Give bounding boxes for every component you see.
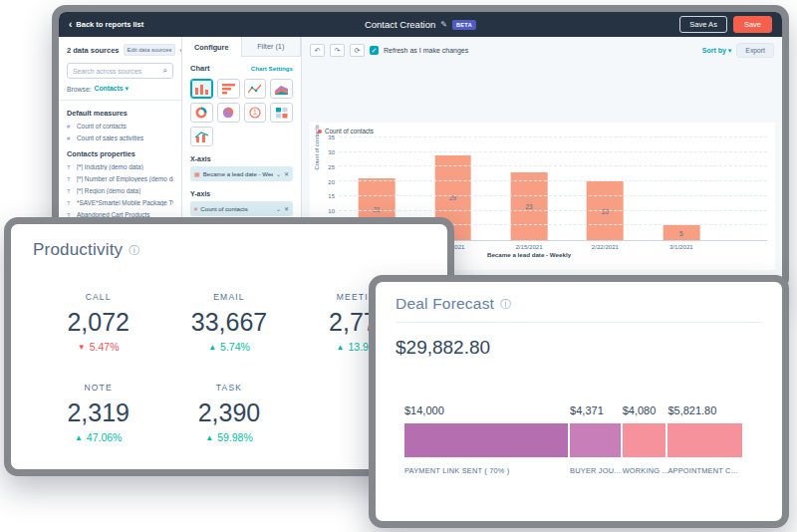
- property-type-icon: T: [67, 176, 73, 182]
- property-type-icon: T: [67, 188, 73, 194]
- browse-label: Browse:: [67, 86, 92, 93]
- y-axis-pill[interactable]: # Count of contacts ⌄ ✕: [190, 201, 293, 216]
- metric-label: EMAIL: [163, 292, 294, 302]
- x-tick-label: 2/22/2021: [567, 241, 643, 250]
- back-chevron-icon: ‹: [69, 20, 72, 30]
- chevron-down-icon[interactable]: ⌄: [276, 170, 281, 177]
- deal-segment: $4,371BUYER JOU...: [570, 404, 623, 475]
- property-type-icon: T: [67, 164, 73, 170]
- gridline: [339, 195, 767, 196]
- chart-type-kpi-icon[interactable]: 1: [244, 103, 267, 123]
- up-triangle-icon: ▲: [337, 343, 345, 352]
- metric-delta: ▲5.74%: [163, 341, 294, 353]
- segment-value-label: $14,000: [404, 404, 570, 416]
- refresh-button[interactable]: ⟳: [350, 44, 365, 57]
- segment-bar: [404, 423, 568, 457]
- refresh-as-i-make-changes-checkbox[interactable]: ✓: [370, 46, 379, 55]
- remove-y-axis-icon[interactable]: ✕: [284, 205, 289, 212]
- info-icon[interactable]: ⓘ: [129, 243, 139, 258]
- search-placeholder: Search across sources: [73, 68, 163, 75]
- redo-button[interactable]: ↷: [330, 44, 345, 57]
- save-button[interactable]: Save: [733, 16, 772, 33]
- chart-settings-link[interactable]: Chart Settings: [251, 65, 293, 72]
- sidebar-property-item[interactable]: T*SAVE*Smartel Mobile Package Type: [67, 199, 173, 206]
- chart-type-pie-icon[interactable]: [217, 103, 240, 123]
- x-tick-label: 3/1/2021: [644, 241, 719, 250]
- undo-button[interactable]: ↶: [310, 44, 325, 57]
- chart-heading: Chart: [190, 64, 210, 73]
- sidebar-property-item[interactable]: T[*] Region (demo data): [67, 187, 173, 194]
- metric-task: TASK2,390▲59.98%: [163, 383, 294, 443]
- beta-badge: BETA: [452, 20, 476, 30]
- metric-value: 2,390: [163, 399, 294, 427]
- check-icon: ✓: [372, 47, 378, 54]
- refresh-checkbox-label: Refresh as I make changes: [384, 47, 468, 54]
- x-axis-label: X-axis: [190, 155, 293, 162]
- y-tick-label: 20: [328, 179, 335, 185]
- chart-type-area-icon[interactable]: [270, 79, 293, 99]
- sort-by-dropdown[interactable]: Sort by ▾: [702, 47, 732, 55]
- back-label: Back to reports list: [76, 20, 143, 29]
- sidebar-section-title: Default measures: [67, 109, 173, 118]
- data-sources-count: 2 data sources: [67, 46, 120, 55]
- chart-type-horizontal-bar-icon[interactable]: [217, 79, 240, 99]
- deal-segment: $4,080WORKING ...: [623, 404, 668, 475]
- property-type-icon: #: [67, 124, 73, 130]
- caret-down-icon: ▾: [728, 47, 732, 54]
- save-as-button[interactable]: Save As: [679, 16, 727, 33]
- chart-bar: 20: [587, 181, 624, 240]
- topbar-actions: Save As Save: [679, 16, 772, 33]
- edit-title-pencil-icon[interactable]: ✎: [440, 20, 447, 29]
- deal-segment: $14,000PAYMENT LINK SENT ( 70% ): [404, 404, 570, 475]
- gridline: [339, 180, 767, 181]
- chart-type-combo-icon[interactable]: [190, 127, 213, 146]
- deal-total-amount: $29,882.80: [396, 337, 762, 359]
- bar-value-label: 20: [587, 207, 624, 214]
- search-sources-input[interactable]: Search across sources ⌕: [67, 63, 173, 79]
- metric-label: NOTE: [33, 383, 163, 393]
- y-tick-label: 15: [328, 193, 335, 199]
- gridline: [339, 210, 767, 211]
- refresh-icon: ⟳: [355, 47, 361, 55]
- tab-filter-1[interactable]: Filter (1): [242, 37, 302, 57]
- tab-configure[interactable]: Configure: [182, 37, 242, 57]
- metric-delta: ▲47.06%: [33, 431, 163, 443]
- redo-icon: ↷: [335, 47, 341, 55]
- chart-type-table-icon[interactable]: [270, 103, 293, 123]
- up-triangle-icon: ▲: [75, 433, 83, 442]
- deal-stacked-bar: $14,000PAYMENT LINK SENT ( 70% )$4,371BU…: [404, 404, 742, 475]
- sidebar-section-title: Contacts properties: [67, 149, 173, 158]
- undo-icon: ↶: [315, 47, 321, 55]
- metric-label: CALL: [33, 292, 163, 302]
- export-button[interactable]: Export: [736, 43, 774, 58]
- x-axis-pill[interactable]: ▦ Became a lead date - Weekly ⌄ ✕: [190, 166, 293, 181]
- y-tick-label: 30: [328, 149, 335, 155]
- chart-type-line-icon[interactable]: [244, 79, 267, 99]
- metric-value: 2,319: [33, 399, 163, 427]
- deal-forecast-title: Deal Forecast: [396, 295, 494, 313]
- segment-stage-label: WORKING ...: [623, 466, 668, 475]
- up-triangle-icon: ▲: [208, 343, 216, 352]
- sidebar-property-item[interactable]: #Count of sales activities: [67, 134, 173, 141]
- deal-segment: $5,821.80APPOINTMENT C...: [667, 404, 742, 475]
- chart-legend: Count of contacts: [318, 128, 767, 134]
- edit-data-sources-button[interactable]: Edit data sources: [124, 44, 176, 56]
- segment-value-label: $4,080: [623, 404, 668, 416]
- calendar-icon: ▦: [194, 170, 200, 177]
- property-type-icon: #: [67, 135, 73, 141]
- y-tick-label: 10: [328, 208, 335, 214]
- sidebar-property-item[interactable]: #Count of contacts: [67, 123, 173, 130]
- chart-type-bar-icon[interactable]: [190, 79, 213, 99]
- chart-type-donut-icon[interactable]: [190, 103, 213, 123]
- sidebar-divider: [59, 100, 181, 101]
- chevron-down-icon[interactable]: ⌄: [276, 205, 281, 212]
- search-icon: ⌕: [163, 66, 167, 76]
- back-to-reports-link[interactable]: ‹ Back to reports list: [69, 20, 143, 30]
- sidebar-property-item[interactable]: T[*] Number of Employees (demo data): [67, 175, 173, 182]
- number-measure-icon: #: [194, 206, 197, 212]
- info-icon[interactable]: ⓘ: [500, 297, 511, 312]
- sidebar-property-item[interactable]: T[*] Industry (demo data): [67, 163, 173, 170]
- remove-x-axis-icon[interactable]: ✕: [284, 170, 289, 177]
- report-title: Contact Creation: [365, 19, 435, 30]
- browse-contacts-dropdown[interactable]: Contacts ▾: [95, 85, 129, 93]
